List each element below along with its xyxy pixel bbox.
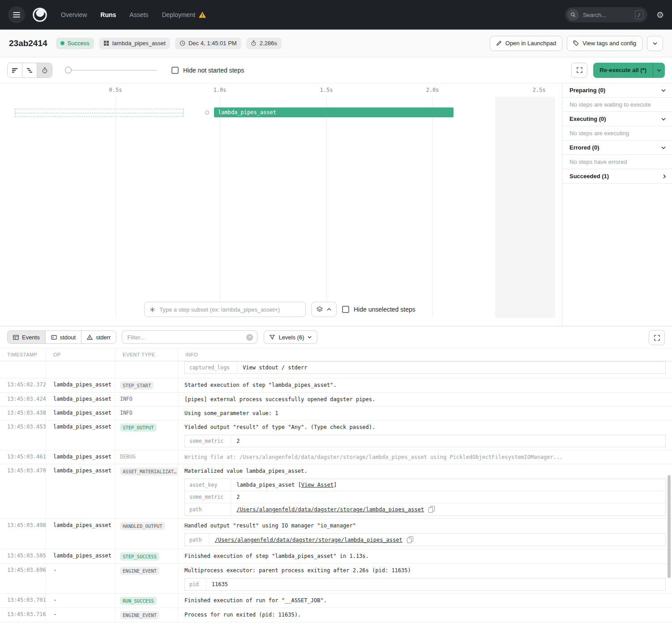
log-op: lambda_pipes_asset xyxy=(46,450,116,464)
tab-stderr[interactable]: stderr xyxy=(81,330,116,344)
log-info: Materialized value lambda_pipes_asset.as… xyxy=(178,464,672,518)
log-event-type: RUN_SUCCESS xyxy=(116,594,178,608)
metadata-key: captured_logs xyxy=(185,362,237,373)
log-row[interactable]: captured_logsView stdout / stderr xyxy=(0,361,672,378)
axis-tick: 2.0s xyxy=(426,87,439,93)
tab-events[interactable]: Events xyxy=(7,330,46,344)
run-status-label: Success xyxy=(68,40,90,47)
levels-filter-button[interactable]: Levels (6) xyxy=(264,330,317,344)
step-subset-selector[interactable] xyxy=(144,302,306,317)
gantt-chart-area: 0.5s 1.0s 1.5s 2.0s 2.5s lambda_pipes_as… xyxy=(0,83,562,326)
reexecute-split-button[interactable]: Re-execute all (*) xyxy=(593,63,665,78)
nav-runs[interactable]: Runs xyxy=(100,11,116,18)
run-start-time-label: Dec 4, 1:45:01 PM xyxy=(188,40,237,47)
deployment-warning-icon xyxy=(199,12,206,18)
metadata-table: captured_logsView stdout / stderr xyxy=(184,361,666,374)
job-name-tag[interactable]: lambda_pipes_asset xyxy=(99,38,170,49)
top-nav: Overview Runs Assets Deployment Search..… xyxy=(0,0,672,30)
log-row[interactable]: 13:45:03.701-RUN_SUCCESSFinished executi… xyxy=(0,594,672,608)
log-info: Process for run exited (pid: 11635). xyxy=(178,608,672,622)
logs-scrollbar-thumb[interactable] xyxy=(668,475,671,578)
metadata-value: lambda_pipes_asset [View Asset] xyxy=(231,479,665,491)
view-tags-config-button[interactable]: View tags and config xyxy=(567,36,642,51)
log-row[interactable]: 13:45:03.453lambda_pipes_assetSTEP_OUTPU… xyxy=(0,420,672,450)
op-selector-icon xyxy=(150,307,155,313)
chevron-up-icon xyxy=(327,308,331,311)
run-duration-tag: 2.286s xyxy=(246,38,282,49)
dagster-logo[interactable] xyxy=(31,6,48,23)
log-timestamp: 13:45:03.498 xyxy=(0,519,46,549)
run-more-actions-button[interactable] xyxy=(647,36,663,51)
pencil-icon xyxy=(496,40,502,46)
gantt-mode-flat-button[interactable] xyxy=(8,63,22,77)
column-header-timestamp: TIMESTAMP xyxy=(0,348,46,361)
event-type-badge: HANDLED_OUTPUT xyxy=(120,522,165,530)
log-row[interactable]: 13:45:03.424lambda_pipes_assetINFO[pipes… xyxy=(0,393,672,407)
log-message: [pipes] external process successfully op… xyxy=(184,396,666,403)
clock-icon xyxy=(180,40,185,46)
settings-gear-icon[interactable]: ⚙ xyxy=(656,11,664,19)
slider-knob[interactable] xyxy=(65,67,72,73)
gantt-region: 0.5s 1.0s 1.5s 2.0s 2.5s lambda_pipes_as… xyxy=(0,83,672,326)
gantt-zoom-slider[interactable] xyxy=(65,67,157,74)
gantt-fullscreen-button[interactable] xyxy=(571,63,587,78)
log-event-type: STEP_OUTPUT xyxy=(116,420,178,450)
tab-stdout[interactable]: stdout xyxy=(45,330,81,344)
tab-events-label: Events xyxy=(22,334,40,341)
nav-deployment[interactable]: Deployment xyxy=(162,11,206,18)
log-row[interactable]: 13:45:03.438lambda_pipes_assetINFOUsing … xyxy=(0,407,672,420)
panel-section-succeeded[interactable]: Succeeded (1) xyxy=(562,169,672,184)
tab-stderr-label: stderr xyxy=(96,334,111,341)
path-link[interactable]: /Users/alangenfeld/data/dagster/storage/… xyxy=(236,506,424,513)
hide-not-started-label: Hide not started steps xyxy=(183,67,244,74)
reexecute-all-button[interactable]: Re-execute all (*) xyxy=(593,63,653,78)
log-filter-input[interactable] xyxy=(127,334,243,341)
open-in-launchpad-button[interactable]: Open in Launchpad xyxy=(490,36,562,51)
gantt-bar-lambda-pipes-asset[interactable]: lambda_pipes_asset xyxy=(214,107,454,117)
metadata-value-text: 2 xyxy=(236,494,240,500)
path-link[interactable]: /Users/alangenfeld/data/dagster/storage/… xyxy=(215,537,402,543)
panel-section-errored[interactable]: Errored (0) xyxy=(562,141,672,155)
panel-section-executing[interactable]: Executing (0) xyxy=(562,112,672,126)
copy-icon[interactable] xyxy=(407,536,413,543)
nav-overview[interactable]: Overview xyxy=(61,11,87,18)
nav-assets[interactable]: Assets xyxy=(129,11,148,18)
hide-not-started-checkbox[interactable] xyxy=(171,67,179,74)
gantt-mode-waterfall-button[interactable] xyxy=(22,63,37,77)
logs-fullscreen-button[interactable] xyxy=(649,330,665,345)
log-row[interactable]: 13:45:03.470lambda_pipes_assetASSET_MATE… xyxy=(0,464,672,519)
log-row[interactable]: 13:45:02.372lambda_pipes_assetSTEP_START… xyxy=(0,378,672,393)
log-row[interactable]: 13:45:03.696-ENGINE_EVENTMultiprocess ex… xyxy=(0,564,672,594)
metadata-key: path xyxy=(185,534,210,546)
log-message: Materialized value lambda_pipes_asset. xyxy=(184,467,666,475)
reexecute-dropdown-button[interactable] xyxy=(653,63,665,78)
metadata-value: 2 xyxy=(231,435,665,447)
global-search[interactable]: Search... / xyxy=(565,7,647,22)
panel-section-preparing[interactable]: Preparing (0) xyxy=(562,83,672,98)
hide-unselected-toggle[interactable]: Hide unselected steps xyxy=(342,306,415,313)
log-row[interactable]: 13:45:03.505lambda_pipes_assetSTEP_SUCCE… xyxy=(0,549,672,564)
gantt-mode-timed-button[interactable] xyxy=(37,63,52,77)
hamburger-menu-button[interactable] xyxy=(8,6,25,23)
hide-unselected-checkbox[interactable] xyxy=(342,306,349,313)
axis-tick: 0.5s xyxy=(109,87,122,93)
view-asset-link[interactable]: View Asset xyxy=(301,482,334,488)
metadata-value-text: View stdout / stderr xyxy=(243,364,308,371)
event-type-badge: ENGINE_EVENT xyxy=(120,567,159,575)
step-subset-input[interactable] xyxy=(159,306,300,313)
copy-icon[interactable] xyxy=(428,506,434,512)
event-type-badge: RUN_SUCCESS xyxy=(120,597,157,605)
log-event-type: DEBUG xyxy=(116,450,178,464)
graph-query-toggle-button[interactable] xyxy=(311,302,337,317)
log-info: captured_logsView stdout / stderr xyxy=(178,361,672,378)
log-row[interactable]: 13:45:03.716-ENGINE_EVENTProcess for run… xyxy=(0,608,672,622)
log-timestamp: 13:45:03.696 xyxy=(0,564,46,593)
clear-filter-icon[interactable]: ✕ xyxy=(246,334,253,341)
log-timestamp: 13:45:03.716 xyxy=(0,608,46,622)
metadata-row: captured_logsView stdout / stderr xyxy=(185,362,665,373)
log-row[interactable]: 13:45:03.498lambda_pipes_assetHANDLED_OU… xyxy=(0,519,672,549)
log-filter[interactable]: ✕ xyxy=(122,330,257,344)
log-row[interactable]: 13:45:03.461lambda_pipes_assetDEBUGWriti… xyxy=(0,450,672,464)
hide-not-started-toggle[interactable]: Hide not started steps xyxy=(171,67,244,74)
metadata-value: View stdout / stderr xyxy=(237,362,665,373)
